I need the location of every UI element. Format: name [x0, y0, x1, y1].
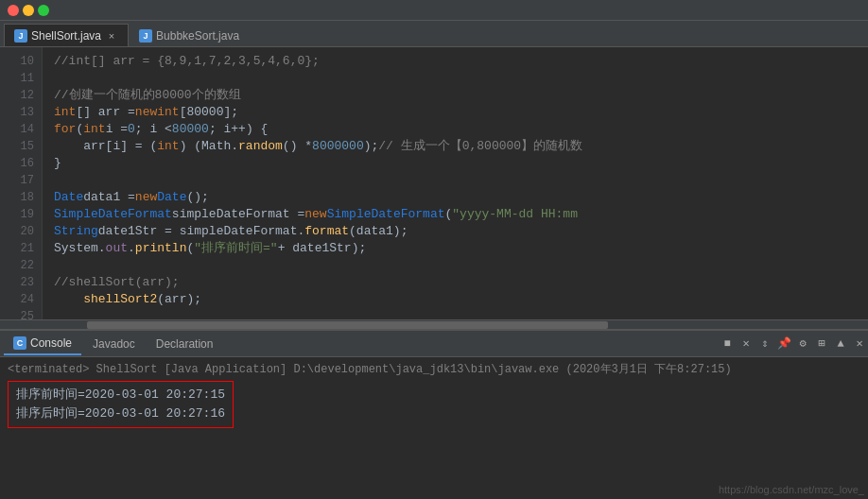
line-num-15: 15 [0, 138, 42, 155]
code-line-18: Date data1 = new Date(); [54, 189, 868, 206]
code-line-10: //int[] arr = {8,9,1,7,2,3,5,4,6,0}; [54, 53, 868, 70]
maximize-window-btn[interactable] [38, 5, 49, 16]
tab-bubbkesort[interactable]: J BubbkeSort.java [129, 24, 250, 46]
window-controls [8, 5, 49, 16]
code-line-17 [54, 172, 868, 189]
line-num-18: 18 [0, 189, 42, 206]
bottom-panel: C Console Javadoc Declaration ■ ✕ ⇕ 📌 ⚙ … [0, 329, 868, 499]
line-num-11: 11 [0, 70, 42, 87]
code-line-16: } [54, 155, 868, 172]
line-num-22: 22 [0, 257, 42, 274]
panel-tab-javadoc-label: Javadoc [93, 337, 135, 351]
panel-maximize-btn[interactable]: ▲ [832, 336, 849, 353]
code-line-24: shellSort2(arr); [54, 291, 868, 308]
code-line-25 [54, 308, 868, 319]
panel-close-btn[interactable]: ✕ [851, 336, 868, 353]
code-line-22 [54, 257, 868, 274]
csdn-watermark: https://blog.csdn.net/mzc_love_ [719, 484, 864, 495]
code-line-21: System.out.println("排序前时间=" + date1Str); [54, 240, 868, 257]
panel-tab-declaration[interactable]: Declaration [147, 333, 223, 355]
line-numbers: 10 11 12 13 14 15 16 17 18 19 20 21 22 2… [0, 47, 43, 319]
panel-tab-console-label: Console [30, 336, 72, 350]
close-window-btn[interactable] [8, 5, 19, 16]
code-line-11 [54, 70, 868, 87]
code-line-13: int[] arr = new int[80000]; [54, 104, 868, 121]
tab-shellsort[interactable]: J ShellSort.java × [4, 24, 129, 46]
console-content: <terminated> ShellSort [Java Application… [0, 357, 868, 499]
console-output-line-1: 排序前时间=2020-03-01 20:27:15 [16, 386, 225, 404]
editor-tab-bar: J ShellSort.java × J BubbkeSort.java [0, 21, 868, 47]
code-scrollbar-thumb[interactable] [87, 321, 608, 329]
line-num-17: 17 [0, 172, 42, 189]
line-num-20: 20 [0, 223, 42, 240]
panel-tab-bar: C Console Javadoc Declaration ■ ✕ ⇕ 📌 ⚙ … [0, 331, 868, 357]
code-editor[interactable]: //int[] arr = {8,9,1,7,2,3,5,4,6,0}; //创… [43, 47, 868, 319]
line-num-19: 19 [0, 206, 42, 223]
code-line-12: //创建一个随机的80000个的数组 [54, 87, 868, 104]
editor-area: 10 11 12 13 14 15 16 17 18 19 20 21 22 2… [0, 47, 868, 329]
minimize-window-btn[interactable] [23, 5, 34, 16]
code-horizontal-scrollbar[interactable] [0, 319, 868, 329]
line-num-25: 25 [0, 308, 42, 319]
top-bar [0, 0, 868, 21]
console-icon: C [13, 336, 26, 350]
tab-close-shellsort[interactable]: × [105, 29, 118, 43]
code-line-20: String date1Str = simpleDateFormat.forma… [54, 223, 868, 240]
code-container: 10 11 12 13 14 15 16 17 18 19 20 21 22 2… [0, 47, 868, 319]
line-num-10: 10 [0, 53, 42, 70]
code-line-14: for (int i = 0; i < 80000; i++) { [54, 121, 868, 138]
tab-label-bubbkesort: BubbkeSort.java [156, 29, 239, 43]
tab-icon-bubbkesort: J [139, 29, 152, 43]
line-num-12: 12 [0, 87, 42, 104]
line-num-13: 13 [0, 104, 42, 121]
console-terminated-text: <terminated> ShellSort [Java Application… [8, 361, 860, 377]
tab-icon-shellsort: J [14, 29, 27, 43]
panel-clear-btn[interactable]: ✕ [738, 336, 755, 353]
line-num-23: 23 [0, 274, 42, 291]
line-num-16: 16 [0, 155, 42, 172]
code-line-15: arr[i] = (int) (Math.random() * 8000000)… [54, 138, 868, 155]
panel-stop-btn[interactable]: ■ [719, 336, 736, 353]
code-line-23: //shellSort(arr); [54, 274, 868, 291]
panel-pin-btn[interactable]: 📌 [775, 336, 792, 353]
console-output-line-2: 排序后时间=2020-03-01 20:27:16 [16, 404, 225, 423]
panel-restore-btn[interactable]: ⊞ [813, 336, 830, 353]
line-num-14: 14 [0, 121, 42, 138]
line-num-21: 21 [0, 240, 42, 257]
panel-tab-console[interactable]: C Console [4, 333, 81, 355]
panel-scroll-lock-btn[interactable]: ⇕ [756, 336, 773, 353]
code-line-19: SimpleDateFormat simpleDateFormat = new … [54, 206, 868, 223]
panel-tab-javadoc[interactable]: Javadoc [83, 333, 145, 355]
panel-tab-declaration-label: Declaration [156, 337, 214, 351]
panel-settings-btn[interactable]: ⚙ [794, 336, 811, 353]
console-output-box: 排序前时间=2020-03-01 20:27:15 排序后时间=2020-03-… [8, 381, 234, 428]
line-num-24: 24 [0, 291, 42, 308]
tab-label-shellsort: ShellSort.java [31, 29, 101, 43]
